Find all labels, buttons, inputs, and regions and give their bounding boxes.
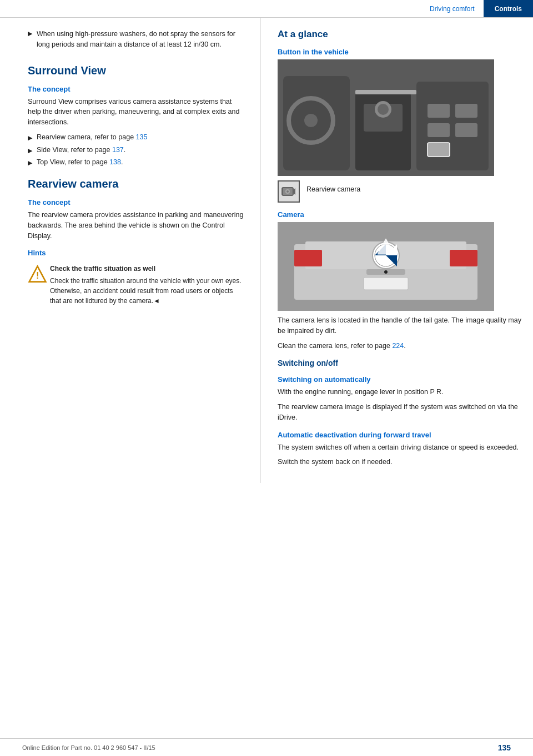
- bullet-arrow-2: ▶: [28, 146, 32, 155]
- bullet-arrow-3: ▶: [28, 158, 32, 168]
- right-column: At a glance Button in the vehicle: [261, 18, 533, 483]
- bullet-sideview-text: Side View, refer to page 137.: [37, 145, 125, 155]
- svg-rect-28: [364, 278, 408, 290]
- link-135[interactable]: 135: [136, 133, 148, 141]
- warning-text: Check the traffic situation as well Chec…: [50, 264, 244, 306]
- bullet-sideview: ▶ Side View, refer to page 137.: [28, 145, 244, 155]
- bullet-arrow: ▶: [28, 30, 32, 37]
- vehicle-interior-image: [278, 59, 494, 176]
- auto-deact-text-2: Switch the system back on if needed.: [278, 457, 522, 467]
- svg-rect-9: [428, 104, 450, 118]
- auto-deact-text-1: The system switches off when a certain d…: [278, 442, 522, 453]
- rearview-concept-subtitle: The concept: [28, 198, 244, 206]
- bullet-rearview: ▶ Rearview camera, refer to page 135: [28, 132, 244, 143]
- link-138[interactable]: 138: [109, 158, 121, 166]
- header-driving-comfort: Driving comfort: [421, 0, 484, 17]
- svg-point-7: [378, 104, 389, 115]
- page-number: 135: [498, 743, 511, 752]
- svg-rect-10: [455, 104, 477, 118]
- page-header: Driving comfort Controls: [0, 0, 533, 18]
- rearview-camera-section: Rearview camera The concept The rearview…: [28, 178, 244, 306]
- switching-onoff-title: Switching on/off: [278, 359, 522, 367]
- camera-desc-2: Clean the camera lens, refer to page 224…: [278, 341, 522, 351]
- bullet-arrow-1: ▶: [28, 133, 32, 143]
- hints-subtitle: Hints: [28, 249, 244, 257]
- header-controls: Controls: [484, 0, 533, 17]
- switching-on-auto-text-1: With the engine running, engage lever in…: [278, 387, 522, 397]
- intro-note: ▶ When using high-pressure washers, do n…: [28, 29, 244, 54]
- left-column: ▶ When using high-pressure washers, do n…: [0, 18, 261, 483]
- rearview-camera-label: Rearview camera: [306, 184, 360, 195]
- main-content: ▶ When using high-pressure washers, do n…: [0, 18, 533, 483]
- warning-icon: !: [28, 265, 44, 281]
- svg-rect-27: [450, 250, 477, 266]
- svg-rect-11: [428, 123, 450, 137]
- link-224[interactable]: 224: [392, 342, 404, 350]
- camera-subtitle: Camera: [278, 210, 522, 219]
- intro-note-text: When using high-pressure washers, do not…: [37, 29, 244, 50]
- at-a-glance-title: At a glance: [278, 29, 522, 40]
- svg-rect-26: [294, 250, 322, 266]
- camera-desc-1: The camera lens is located in the handle…: [278, 315, 522, 336]
- bullet-topview: ▶ Top View, refer to page 138.: [28, 157, 244, 168]
- footer-text: Online Edition for Part no. 01 40 2 960 …: [22, 744, 155, 751]
- svg-point-31: [384, 270, 388, 274]
- svg-point-20: [286, 190, 289, 193]
- page-footer: Online Edition for Part no. 01 40 2 960 …: [0, 738, 533, 756]
- rearview-camera-title: Rearview camera: [28, 178, 244, 190]
- camera-icon-box: [278, 180, 300, 203]
- surround-view-title: Surround View: [28, 64, 244, 77]
- warning-body: Check the traffic situation around the v…: [50, 277, 242, 305]
- svg-text:!: !: [36, 271, 39, 280]
- bullet-topview-text: Top View, refer to page 138.: [37, 157, 123, 168]
- svg-rect-13: [428, 143, 450, 157]
- rear-car-image: [278, 222, 494, 311]
- svg-rect-14: [355, 90, 416, 94]
- surround-view-concept-subtitle: The concept: [28, 85, 244, 93]
- switching-on-auto-text-2: The rearview camera image is displayed i…: [278, 402, 522, 423]
- svg-rect-8: [416, 82, 489, 170]
- svg-rect-12: [455, 123, 477, 137]
- surround-view-concept-text: Surround View comprises various camera a…: [28, 97, 244, 128]
- link-137[interactable]: 137: [112, 146, 124, 154]
- svg-point-16: [304, 114, 318, 127]
- switching-on-auto-subtitle: Switching on automatically: [278, 375, 522, 384]
- bullet-rearview-text: Rearview camera, refer to page 135: [37, 132, 147, 143]
- auto-deactivation-subtitle: Automatic deactivation during forward tr…: [278, 431, 522, 439]
- warning-box: ! Check the traffic situation as well Ch…: [28, 264, 244, 306]
- surround-view-section: Surround View The concept Surround View …: [28, 64, 244, 168]
- button-in-vehicle-subtitle: Button in the vehicle: [278, 48, 522, 56]
- rearview-concept-text: The rearview camera provides assistance …: [28, 210, 244, 241]
- warning-title: Check the traffic situation as well: [50, 264, 244, 274]
- rearview-camera-icon-row: Rearview camera: [278, 180, 522, 203]
